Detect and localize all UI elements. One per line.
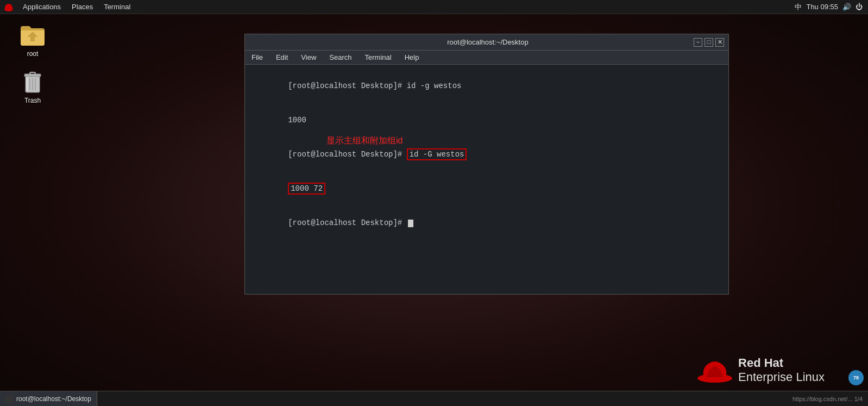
output-1: 1000 [288, 116, 306, 124]
root-folder-icon[interactable]: root [11, 22, 54, 58]
terminal-menu-help[interactable]: Help [398, 51, 426, 65]
terminal-menu: File Edit View Search Terminal Help [245, 51, 728, 65]
terminal-line-1: [root@localhost Desktop]# id -g westos [251, 69, 722, 103]
minimize-button[interactable]: − [694, 38, 702, 47]
terminal-titlebar: root@localhost:~/Desktop − □ ✕ [245, 34, 728, 51]
menubar-left: Applications Places Terminal [0, 0, 795, 14]
taskbar-right: https://blog.csdn.net/... 1/4 [792, 396, 868, 402]
cmd-2-highlighted: id -G westos [407, 148, 467, 160]
taskbar-terminal-item[interactable]: root@localhost:~/Desktop [0, 391, 97, 407]
annotation-text: 显示主组和附加组id [326, 135, 402, 147]
terminal-line-4: 1000 72 [251, 172, 722, 206]
root-folder-label: root [27, 50, 39, 58]
desktop-icons: root Trash [11, 22, 54, 104]
folder-image [20, 22, 46, 48]
desktop: Applications Places Terminal 中 Thu 09:55… [0, 0, 868, 406]
svg-rect-11 [26, 77, 28, 91]
maximize-button[interactable]: □ [705, 38, 713, 47]
terminal-title: root@localhost:~/Desktop [282, 38, 694, 46]
cmd-1: id -g westos [407, 82, 462, 90]
terminal-controls: − □ ✕ [694, 38, 724, 47]
terminal-menu-view[interactable]: View [294, 51, 323, 65]
terminal-menu-search[interactable]: Search [323, 51, 358, 65]
terminal-line-2: 1000 [251, 103, 722, 138]
volume-icon[interactable]: 🔊 [842, 3, 851, 11]
redhat-text-top: Red Hat [738, 356, 825, 370]
menubar: Applications Places Terminal 中 Thu 09:55… [0, 0, 868, 14]
terminal-menu-file[interactable]: File [245, 51, 269, 65]
terminal-line-5: [root@localhost Desktop]# [251, 206, 722, 240]
svg-rect-7 [30, 72, 35, 74]
clock: Thu 09:55 [806, 3, 838, 11]
output-2-highlighted: 1000 72 [288, 183, 325, 195]
prompt-1: [root@localhost Desktop]# [288, 82, 406, 90]
terminal-menu-edit[interactable]: Edit [269, 51, 294, 65]
redhat-text-bottom: Enterprise Linux [738, 370, 825, 384]
taskbar-terminal-label: root@localhost:~/Desktop [16, 395, 91, 403]
cursor [408, 220, 413, 227]
terminal-window: root@localhost:~/Desktop − □ ✕ File Edit… [244, 34, 729, 295]
redhat-hat-icon [696, 357, 734, 384]
redhat-logo-icon[interactable] [3, 2, 14, 13]
terminal-body[interactable]: [root@localhost Desktop]# id -g westos 1… [245, 65, 728, 294]
redhat-logo-area: Red Hat Enterprise Linux [696, 356, 825, 384]
menubar-right: 中 Thu 09:55 🔊 ⏻ [795, 2, 868, 12]
trash-image [20, 68, 46, 95]
trash-icon[interactable]: Trash [11, 68, 54, 104]
prompt-3: [root@localhost Desktop]# [288, 218, 406, 227]
terminal-line-3: [root@localhost Desktop]# id -G westos [251, 138, 722, 172]
svg-point-2 [6, 4, 11, 7]
trash-label: Trash [24, 97, 41, 104]
ime-indicator: 中 [795, 2, 802, 12]
corner-badge: 78 [848, 370, 864, 385]
menubar-applications[interactable]: Applications [17, 0, 66, 14]
redhat-text: Red Hat Enterprise Linux [738, 356, 825, 384]
prompt-2: [root@localhost Desktop]# [288, 150, 406, 159]
taskbar-terminal-icon [5, 395, 13, 403]
menubar-places[interactable]: Places [66, 0, 98, 14]
taskbar: root@localhost:~/Desktop https://blog.cs… [0, 391, 868, 406]
close-button[interactable]: ✕ [715, 38, 724, 47]
menubar-terminal[interactable]: Terminal [98, 0, 136, 14]
power-icon[interactable]: ⏻ [856, 3, 863, 11]
terminal-menu-terminal[interactable]: Terminal [358, 51, 398, 65]
